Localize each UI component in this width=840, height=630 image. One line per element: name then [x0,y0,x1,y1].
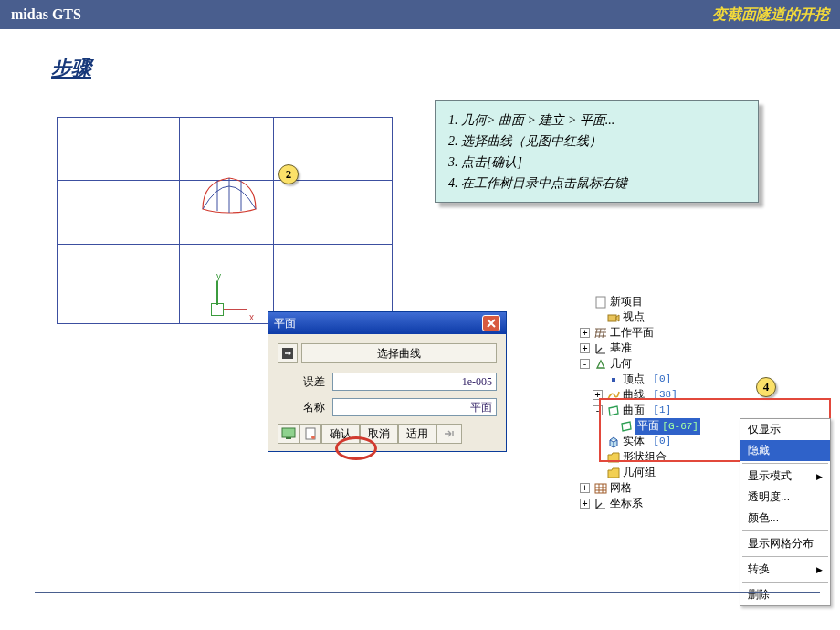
vertex-icon [607,373,620,386]
work-tree[interactable]: 新项目 视点 + 工作平面 + 基准 - 几何 顶点 [0] + 曲线 [580,294,700,511]
chevron-right-icon: ▶ [816,565,823,574]
expand-icon: + [580,328,590,338]
ctx-show-only[interactable]: 仅显示 [740,419,830,440]
tunnel-curve[interactable] [199,174,259,215]
instructions-box: 1. 几何> 曲面 > 建立 > 平面... 2. 选择曲线（见图中红线） 3.… [435,100,759,203]
mesh-icon [594,482,607,495]
solid-icon [607,436,620,448]
tree-mesh[interactable]: + 网格 [580,480,700,496]
ok-button[interactable]: 确认 [321,424,360,444]
tolerance-input[interactable]: 1e-005 [332,373,497,391]
page-icon[interactable] [299,424,321,444]
tree-geom-group[interactable]: 几何组 [580,465,700,480]
svg-rect-10 [612,378,615,382]
document-icon [594,296,607,309]
steps-heading: 步骤 [51,55,91,82]
svg-rect-4 [282,428,295,437]
folder-icon [607,467,620,479]
ctx-transparency[interactable]: 透明度... [740,487,830,508]
camera-icon [607,311,620,324]
chevron-right-icon: ▶ [816,472,823,481]
select-curve-button[interactable]: 选择曲线 [301,343,497,363]
app-title: midas GTS [11,6,81,23]
callout-4: 4 [756,377,776,397]
curve-icon [607,389,620,402]
tree-plane-item[interactable]: 平面 [G-67] [580,418,700,434]
slide-header: midas GTS 变截面隧道的开挖 [0,0,840,29]
folder-icon [607,451,620,464]
svg-rect-5 [286,437,291,439]
instruction-1: 1. 几何> 曲面 > 建立 > 平面... [448,110,745,131]
doc-title: 变截面隧道的开挖 [712,5,829,25]
surface-icon [620,420,633,433]
collapse-icon: - [593,405,603,415]
cancel-button[interactable]: 取消 [360,424,398,444]
expand-icon: + [580,499,590,509]
next-icon[interactable] [436,424,462,444]
svg-rect-8 [596,297,605,308]
instruction-4: 4. 在工作树目录中点击鼠标右键 [448,173,745,194]
model-viewport[interactable]: y x [57,117,393,324]
expand-icon: + [580,343,590,353]
ctx-display-mode[interactable]: 显示模式▶ [740,466,830,487]
expand-icon: + [593,390,603,400]
footer-rule [35,592,820,593]
surface-icon [607,404,620,417]
collapse-icon: - [580,359,590,369]
tolerance-label: 误差 [278,374,325,390]
name-label: 名称 [278,400,325,415]
close-icon[interactable] [482,315,500,331]
ctx-transform[interactable]: 转换▶ [740,559,830,580]
tree-new-project[interactable]: 新项目 [580,294,700,310]
grid-icon [594,327,607,340]
tree-datum[interactable]: + 基准 [580,341,700,356]
context-menu: 仅显示 隐藏 显示模式▶ 透明度... 颜色... 显示网格分布 转换▶ 删除 [740,418,831,606]
select-arrow-button[interactable] [278,343,298,363]
ctx-delete[interactable]: 删除 [740,584,830,605]
svg-rect-11 [595,484,606,493]
tree-work-plane[interactable]: + 工作平面 [580,325,700,341]
axis-icon [594,498,607,510]
tree-shape-group[interactable]: 形状组合 [580,449,700,465]
ctx-color[interactable]: 颜色... [740,508,830,529]
instruction-3: 3. 点击[确认] [448,152,745,173]
axis-icon [594,342,607,355]
name-input[interactable]: 平面 [332,398,497,416]
tree-solid[interactable]: 实体 [0] [580,434,700,449]
tree-surface[interactable]: - 曲面 [1] [580,403,700,418]
plane-dialog: 平面 选择曲线 误差 1e-005 名称 平面 确认 取消 [268,311,507,452]
axis-y-label: y [216,271,221,281]
svg-rect-9 [608,315,616,321]
dialog-title-text: 平面 [274,316,296,331]
dialog-titlebar[interactable]: 平面 [268,312,506,334]
tree-vertex[interactable]: 顶点 [0] [580,372,700,387]
expand-icon: + [580,483,590,493]
geometry-icon [594,358,607,371]
monitor-icon[interactable] [278,424,299,444]
callout-2: 2 [278,164,299,184]
svg-point-7 [311,436,315,439]
axis-x-label: x [249,312,254,322]
tree-geometry[interactable]: - 几何 [580,356,700,372]
ctx-show-mesh[interactable]: 显示网格分布 [740,533,830,554]
apply-button[interactable]: 适用 [398,424,436,444]
ctx-hide[interactable]: 隐藏 [740,440,830,461]
tree-coord-sys[interactable]: + 坐标系 [580,496,700,511]
tree-curve[interactable]: + 曲线 [38] [580,387,700,403]
instruction-2: 2. 选择曲线（见图中红线） [448,131,745,152]
tree-viewpoint[interactable]: 视点 [580,310,700,325]
